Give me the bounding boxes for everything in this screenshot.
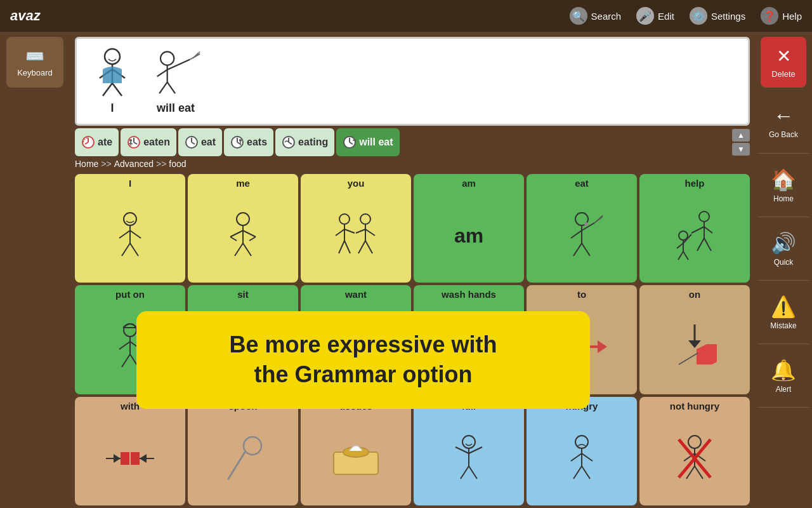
verb-btn-eat[interactable]: eat bbox=[178, 128, 222, 156]
cell-img-hungry bbox=[529, 414, 634, 503]
go-back-button[interactable]: ← Go Back bbox=[758, 90, 809, 154]
settings-button[interactable]: ⚙️ Settings bbox=[690, 7, 745, 25]
svg-line-144 bbox=[573, 466, 582, 479]
svg-point-6 bbox=[160, 51, 174, 65]
keyboard-button[interactable]: ⌨️ Keyboard bbox=[6, 37, 63, 88]
verb-btn-ate[interactable]: ate bbox=[75, 128, 119, 156]
svg-line-71 bbox=[571, 231, 582, 238]
grid-cell-me[interactable]: me bbox=[188, 174, 298, 283]
phrase-icon-i bbox=[87, 48, 138, 99]
grid-cell-full[interactable]: full bbox=[414, 397, 524, 505]
svg-line-78 bbox=[697, 238, 704, 251]
verb-btn-eaten[interactable]: eaten bbox=[121, 128, 176, 156]
svg-line-143 bbox=[582, 453, 593, 461]
svg-line-73 bbox=[582, 243, 590, 256]
cell-img-eat bbox=[529, 191, 634, 280]
tooltip-text: Be more expressive withthe Grammar optio… bbox=[229, 331, 497, 387]
svg-line-62 bbox=[365, 229, 375, 236]
delete-button[interactable]: ✕ Delete bbox=[761, 37, 806, 88]
svg-point-53 bbox=[339, 214, 350, 224]
svg-line-42 bbox=[130, 231, 141, 238]
svg-line-61 bbox=[356, 229, 365, 233]
verb-btn-eats[interactable]: eats bbox=[224, 128, 273, 156]
svg-point-31 bbox=[239, 139, 242, 142]
grid-cell-spoon[interactable]: spoon bbox=[188, 397, 298, 505]
grid-cell-you[interactable]: you bbox=[301, 174, 411, 283]
search-button[interactable]: 🔍 Search bbox=[570, 7, 622, 25]
svg-line-55 bbox=[336, 229, 344, 236]
quick-icon: 🔊 bbox=[771, 231, 796, 255]
grid-cell-hungry[interactable]: hungry bbox=[527, 397, 637, 505]
svg-point-130 bbox=[244, 437, 261, 455]
grid-cell-am[interactable]: am am bbox=[414, 174, 524, 283]
cell-label-sit: sit bbox=[237, 289, 249, 300]
phrase-label-i: I bbox=[110, 102, 114, 115]
cell-label-eat: eat bbox=[575, 178, 589, 189]
svg-line-13 bbox=[159, 82, 167, 93]
svg-line-138 bbox=[461, 466, 469, 479]
cell-label-want: want bbox=[345, 289, 367, 300]
grid-cell-help[interactable]: help bbox=[639, 174, 750, 283]
svg-point-45 bbox=[237, 213, 249, 225]
topbar: avaz 🔍 Search 🎤 Edit ⚙️ Settings ❓ Help bbox=[0, 0, 812, 32]
cell-label-nothungry: not hungry bbox=[670, 401, 719, 411]
cell-img-full bbox=[416, 414, 521, 503]
cell-img-on bbox=[642, 302, 747, 391]
grid-cell-i[interactable]: I bbox=[75, 174, 185, 283]
svg-point-0 bbox=[105, 49, 120, 64]
verb-down-arrow[interactable]: ▼ bbox=[732, 143, 750, 156]
help-button[interactable]: ❓ Help bbox=[761, 7, 802, 25]
svg-point-74 bbox=[699, 211, 709, 222]
grid-cell-on[interactable]: on bbox=[639, 285, 750, 394]
alert-button[interactable]: 🔔 Alert bbox=[758, 344, 809, 408]
verb-up-arrow[interactable]: ▲ bbox=[732, 129, 750, 142]
svg-line-82 bbox=[677, 243, 683, 248]
mistake-icon: ⚠️ bbox=[771, 295, 796, 319]
cell-img-spoon bbox=[190, 414, 296, 503]
svg-line-12 bbox=[157, 69, 167, 76]
cell-img-you bbox=[303, 191, 409, 280]
grid-cell-with[interactable]: with bbox=[75, 397, 185, 505]
cell-img-tissues bbox=[303, 414, 409, 503]
svg-line-84 bbox=[678, 251, 683, 260]
cell-label-am: am bbox=[462, 178, 476, 189]
breadcrumb-food[interactable]: food bbox=[169, 159, 186, 169]
svg-point-134 bbox=[462, 436, 475, 448]
phrase-icon-willeat bbox=[150, 48, 201, 99]
grid-cell-tissues[interactable]: tissues bbox=[301, 397, 411, 505]
svg-line-4 bbox=[103, 83, 112, 96]
mistake-button[interactable]: ⚠️ Mistake bbox=[758, 281, 809, 344]
svg-line-50 bbox=[249, 237, 256, 241]
svg-rect-125 bbox=[121, 452, 129, 465]
cell-img-nothungry bbox=[642, 414, 747, 503]
svg-line-123 bbox=[679, 353, 698, 364]
phrase-item-willeat[interactable]: will eat bbox=[150, 48, 201, 115]
svg-marker-129 bbox=[140, 454, 147, 463]
phrase-item-i[interactable]: I bbox=[87, 48, 138, 115]
home-icon: 🏠 bbox=[771, 168, 796, 192]
breadcrumb-home[interactable]: Home bbox=[75, 159, 98, 169]
cell-label-washhands: wash hands bbox=[442, 289, 496, 300]
cell-label-puton: put on bbox=[115, 289, 145, 300]
svg-point-21 bbox=[129, 139, 132, 142]
svg-line-72 bbox=[573, 243, 582, 256]
svg-line-79 bbox=[704, 238, 711, 251]
svg-line-91 bbox=[122, 354, 130, 367]
edit-button[interactable]: 🎤 Edit bbox=[636, 7, 674, 25]
left-sidebar: ⌨️ Keyboard bbox=[0, 32, 70, 508]
quick-button[interactable]: 🔊 Quick bbox=[758, 217, 809, 281]
cell-img-help bbox=[642, 191, 747, 280]
svg-line-139 bbox=[469, 466, 477, 479]
verb-btn-willeat[interactable]: will eat bbox=[336, 128, 399, 156]
verb-bar: ate eaten bbox=[75, 128, 750, 156]
svg-line-48 bbox=[243, 231, 256, 237]
svg-rect-126 bbox=[131, 452, 140, 465]
breadcrumb-advanced[interactable]: Advanced bbox=[114, 159, 154, 169]
grid-cell-nothungry[interactable]: not hungry bbox=[639, 397, 750, 505]
cell-img-me bbox=[190, 191, 296, 280]
svg-line-52 bbox=[243, 243, 251, 256]
home-button[interactable]: 🏠 Home bbox=[758, 154, 809, 217]
verb-btn-eating[interactable]: eating bbox=[275, 128, 334, 156]
grid-cell-eat[interactable]: eat bbox=[527, 174, 637, 283]
svg-line-56 bbox=[344, 229, 355, 233]
